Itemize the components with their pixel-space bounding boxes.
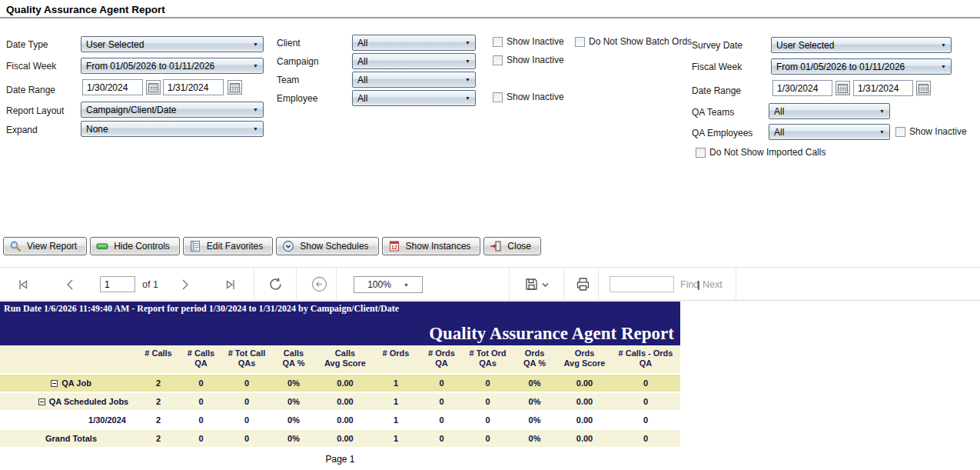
qa-fiscal-week-label: Fiscal Week [692, 62, 742, 72]
refresh-button[interactable] [267, 275, 284, 293]
next-page-button[interactable] [178, 277, 192, 292]
row-label-header [0, 345, 138, 374]
calendar-icon[interactable] [835, 81, 850, 95]
find-button[interactable]: Find [680, 279, 699, 290]
zoom-select[interactable]: 100% ▼ [354, 276, 423, 293]
cell: 0.00 [558, 429, 611, 448]
cell: 0% [270, 374, 317, 392]
last-page-button[interactable] [223, 277, 238, 292]
fiscal-week-select[interactable]: From 01/05/2026 to 01/11/2026 ▼ [81, 58, 264, 74]
cell: 0 [611, 392, 680, 411]
cell: 0.00 [558, 374, 611, 392]
back-button[interactable] [311, 275, 328, 293]
cell: 1 [373, 429, 419, 448]
survey-date-select[interactable]: User Selected ▼ [771, 37, 952, 53]
find-input[interactable] [610, 276, 674, 292]
cell: 0 [611, 429, 680, 448]
cell: 0.00 [317, 429, 373, 448]
show-instances-button[interactable]: 12 Show Instances [382, 237, 481, 255]
campaign-select[interactable]: All ▼ [352, 53, 476, 69]
cell: 0 [464, 411, 511, 429]
first-page-button[interactable] [15, 277, 31, 292]
close-button[interactable]: Close [483, 237, 541, 255]
qa-date-from-input[interactable] [772, 80, 832, 96]
cell: 0 [419, 374, 464, 392]
column-header: OrdsAvg Score [558, 345, 611, 374]
qa-fiscal-week-select[interactable]: From 01/05/2026 to 01/11/2026 ▼ [771, 58, 952, 75]
toolbar-separator [598, 268, 599, 301]
svg-text:12: 12 [391, 245, 397, 250]
checkbox-icon [575, 37, 585, 47]
chevron-down-icon: ▼ [465, 58, 470, 64]
qa-date-range-label: Date Range [692, 85, 741, 96]
previous-page-button[interactable] [63, 277, 77, 292]
column-header: OrdsQA % [511, 345, 558, 374]
column-header: # Ords [373, 345, 419, 374]
report-banner: Run Date 1/6/2026 11:49:40 AM - Report f… [0, 302, 680, 345]
chevron-down-icon: ▼ [941, 64, 946, 69]
qa-teams-select[interactable]: All ▼ [769, 103, 890, 119]
print-button[interactable] [575, 276, 591, 292]
cell: 1 [373, 374, 419, 392]
toolbar-separator [296, 268, 297, 301]
show-inactive-employee-checkbox[interactable]: Show Inactive [493, 92, 564, 102]
cell: 2 [138, 411, 178, 429]
show-inactive-qa-checkbox[interactable]: Show Inactive [895, 126, 967, 137]
report-layout-label: Report Layout [6, 105, 64, 116]
date-type-select[interactable]: User Selected ▼ [81, 36, 264, 52]
column-header: # CallsQA [178, 345, 224, 374]
report-layout-select[interactable]: Campaign/Client/Date ▼ [81, 102, 264, 118]
checkbox-icon [895, 127, 905, 137]
date-from-input[interactable] [82, 79, 143, 95]
report-viewer-toolbar: of 1 100% ▼ Find | Next [0, 267, 980, 301]
qa-date-to-input[interactable] [853, 80, 913, 96]
expand-select[interactable]: None ▼ [81, 121, 264, 137]
cell: 2 [138, 374, 178, 392]
client-select[interactable]: All ▼ [352, 35, 476, 51]
calendar-icon[interactable] [228, 80, 242, 95]
cell: 0% [511, 429, 558, 448]
checkbox-icon [696, 148, 706, 158]
cell: 0 [419, 411, 464, 429]
qa-employees-label: QA Employees [692, 128, 752, 138]
page-title: Quality Assurance Agent Report [6, 4, 165, 15]
cell: 0 [224, 392, 270, 411]
find-next-button[interactable]: Next [703, 279, 723, 290]
page-number-input[interactable] [100, 276, 135, 292]
column-header: CallsAvg Score [317, 345, 373, 374]
table-header-row: # Calls # CallsQA # Tot CallQAs CallsQA … [0, 345, 680, 374]
date-to-input[interactable] [163, 79, 224, 95]
client-label: Client [277, 38, 301, 48]
employee-select[interactable]: All ▼ [352, 90, 476, 106]
show-inactive-client-checkbox[interactable]: Show Inactive [493, 36, 564, 47]
team-select[interactable]: All ▼ [352, 72, 476, 88]
cell: 0.00 [317, 374, 373, 392]
collapse-icon[interactable] [51, 380, 58, 387]
hide-controls-button[interactable]: Hide Controls [90, 237, 180, 255]
cell: 0% [270, 392, 317, 411]
calendar-icon[interactable] [146, 80, 161, 95]
cell: 0% [270, 429, 317, 448]
do-not-show-batch-ords-checkbox[interactable]: Do Not Show Batch Ords [575, 36, 692, 47]
cell: 0 [464, 374, 511, 392]
report-title: Quality Assurance Agent Report [429, 324, 674, 344]
do-not-show-imported-calls-checkbox[interactable]: Do Not Show Imported Calls [696, 147, 826, 158]
chevron-down-icon: ▼ [465, 95, 470, 101]
qa-employees-select[interactable]: All ▼ [769, 124, 890, 140]
show-schedules-button[interactable]: Show Schedules [276, 237, 378, 255]
collapse-icon[interactable] [38, 398, 45, 405]
calendar-icon[interactable] [916, 81, 931, 95]
cell: 0% [270, 411, 317, 429]
cell: 2 [138, 392, 178, 411]
show-inactive-campaign-checkbox[interactable]: Show Inactive [493, 55, 564, 65]
calendar-page-icon: 12 [388, 240, 400, 252]
cell: 0 [178, 411, 224, 429]
find-next-divider: | [697, 278, 700, 290]
view-report-button[interactable]: View Report [3, 237, 87, 255]
save-export-button[interactable] [524, 277, 550, 292]
cell: 0 [178, 429, 224, 448]
page-count-label: of 1 [142, 279, 158, 290]
edit-favorites-button[interactable]: Edit Favorites [183, 237, 273, 255]
cell: 0 [178, 392, 224, 411]
cell: 0 [464, 392, 511, 411]
